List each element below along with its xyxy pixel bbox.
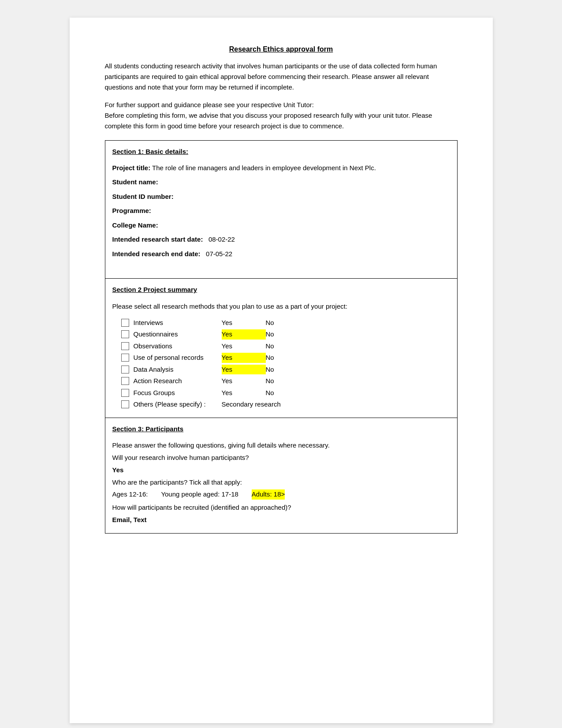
ages-label: Ages 12-16: [112, 489, 148, 500]
programme-row: Programme: [112, 206, 450, 216]
method-row-4: Data AnalysisYesNo [121, 365, 450, 375]
project-title-label: Project title: [112, 164, 151, 172]
ages-row: Ages 12-16: Young people aged: 17-18 Adu… [112, 489, 450, 500]
section2-title: Section 2 Project summary [112, 285, 450, 295]
page-title: Research Ethics approval form [105, 44, 458, 55]
method-yes-2: Yes [222, 341, 266, 351]
student-name-row: Student name: [112, 177, 450, 187]
method-name-2: Observations [134, 341, 222, 351]
method-yes-1: Yes [222, 329, 266, 340]
young-people-label: Young people aged: 17-18 [161, 489, 238, 500]
checkbox-others [121, 400, 129, 408]
others-value: Secondary research [222, 399, 281, 410]
method-yes-5: Yes [222, 376, 266, 386]
section1-title: Section 1: Basic details: [112, 147, 450, 157]
college-label: College Name: [112, 221, 158, 229]
methods-table: InterviewsYesNoQuestionnairesYesNoObserv… [121, 318, 450, 410]
start-date-value: 08-02-22 [208, 235, 235, 243]
method-row-6: Focus GroupsYesNo [121, 388, 450, 398]
checkbox-3 [121, 354, 129, 362]
method-yes-3: Yes [222, 353, 266, 363]
start-date-row: Intended research start date: 08-02-22 [112, 235, 450, 245]
document-page: Research Ethics approval form All studen… [70, 18, 493, 723]
method-no-1: No [266, 329, 301, 340]
method-no-0: No [266, 318, 301, 328]
end-date-label: Intended research end date: [112, 250, 201, 258]
checkbox-6 [121, 389, 129, 397]
checkbox-1 [121, 330, 129, 338]
others-label: Others (Please specify) : [134, 399, 222, 410]
method-no-2: No [266, 341, 301, 351]
guidance-line1: For further support and guidance please … [105, 100, 458, 110]
method-row-others: Others (Please specify) : Secondary rese… [121, 399, 450, 410]
end-date-value: 07-05-22 [206, 250, 232, 258]
method-name-5: Action Research [134, 376, 222, 386]
adults-label: Adults: 18> [252, 489, 285, 500]
project-title-value: The role of line managers and leaders in… [152, 164, 376, 172]
student-id-row: Student ID number: [112, 192, 450, 202]
checkbox-2 [121, 342, 129, 350]
method-name-0: Interviews [134, 318, 222, 328]
method-yes-0: Yes [222, 318, 266, 328]
guidance-line2: Before completing this form, we advise t… [105, 110, 458, 131]
method-name-4: Data Analysis [134, 365, 222, 375]
method-yes-4: Yes [222, 365, 266, 375]
section3-title: Section 3: Participants [112, 424, 450, 434]
recruitment-answer: Email, Text [112, 515, 450, 525]
project-title-row: Project title: The role of line managers… [112, 163, 450, 173]
method-no-3: No [266, 353, 301, 363]
method-no-5: No [266, 376, 301, 386]
section3-line1: Please answer the following questions, g… [112, 440, 450, 451]
student-name-label: Student name: [112, 178, 158, 186]
section1-box: Section 1: Basic details: Project title:… [105, 140, 458, 279]
method-row-3: Use of personal recordsYesNo [121, 353, 450, 363]
section3-box: Section 3: Participants Please answer th… [105, 418, 458, 534]
method-no-4: No [266, 365, 301, 375]
method-name-3: Use of personal records [134, 353, 222, 363]
programme-label: Programme: [112, 207, 151, 214]
start-date-label: Intended research start date: [112, 235, 203, 243]
college-row: College Name: [112, 220, 450, 231]
method-name-1: Questionnaires [134, 329, 222, 340]
checkbox-0 [121, 319, 129, 327]
checkbox-5 [121, 377, 129, 385]
checkbox-4 [121, 366, 129, 373]
method-name-6: Focus Groups [134, 388, 222, 398]
section3-line2: Will your research involve human partici… [112, 452, 450, 463]
end-date-row: Intended research end date: 07-05-22 [112, 249, 450, 259]
method-no-6: No [266, 388, 301, 398]
guidance-text: For further support and guidance please … [105, 100, 458, 131]
method-row-0: InterviewsYesNo [121, 318, 450, 328]
section2-box: Section 2 Project summary Please select … [105, 279, 458, 418]
method-yes-6: Yes [222, 388, 266, 398]
recruitment-question: How will participants be recruited (iden… [112, 502, 450, 513]
section3-answer: Yes [112, 465, 450, 475]
section2-intro: Please select all research methods that … [112, 301, 450, 312]
student-id-label: Student ID number: [112, 193, 174, 200]
method-row-5: Action ResearchYesNo [121, 376, 450, 386]
intro-paragraph1: All students conducting research activit… [105, 61, 458, 93]
method-row-2: ObservationsYesNo [121, 341, 450, 351]
section3-line3: Who are the participants? Tick all that … [112, 477, 450, 488]
method-row-1: QuestionnairesYesNo [121, 329, 450, 340]
